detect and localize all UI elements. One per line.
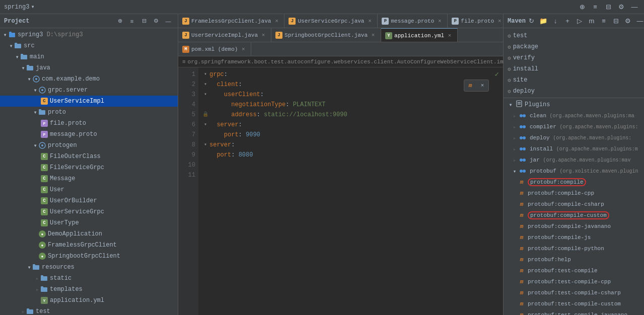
sidebar-item-fileouterclass[interactable]: C FileOuterClass (0, 151, 178, 162)
sidebar-item-framelessgrpcclient[interactable]: ● FramelessGrpcClient (0, 240, 178, 251)
tree-action-btn-3[interactable]: ⊟ (138, 16, 150, 27)
maven-goal-protobuf-test-compile-custom[interactable]: m protobuf:test-compile-custom (504, 298, 644, 309)
minimize-button[interactable]: — (629, 2, 640, 13)
maven-plugin-clean[interactable]: ▸ clean (org.apache.maven.plugins:ma (504, 110, 644, 121)
sidebar-item-test[interactable]: ▸ test (0, 306, 178, 315)
maven-item-test[interactable]: ⚙ test (504, 30, 644, 41)
maven-item-verify[interactable]: ⚙ verify (504, 52, 644, 63)
maven-goal-protobuf-compile-csharp[interactable]: m protobuf:compile-csharp (504, 199, 644, 210)
maven-add-btn[interactable]: 📁 (538, 16, 549, 27)
maven-goal-protobuf-compile-python[interactable]: m protobuf:compile-python (504, 243, 644, 254)
maven-minimize-btn[interactable]: — (634, 16, 644, 27)
tab-userserviceimpl[interactable]: J UserServiceImpl.java × (178, 28, 271, 42)
maven-item-package[interactable]: ⚙ package (504, 41, 644, 52)
maven-download-btn[interactable]: ↓ (550, 16, 561, 27)
maven-plugin-jar[interactable]: ▸ jar (org.apache.maven.plugins:mav (504, 154, 644, 166)
maven-goal-protobuf-test-compile-csharp[interactable]: m protobuf:test-compile-csharp (504, 287, 644, 298)
tab-close-active-btn[interactable]: × (446, 32, 453, 39)
sidebar-item-package-grpc-server[interactable]: ▾ grpc.server (0, 85, 178, 96)
toolbar-btn-m[interactable]: m (464, 80, 476, 91)
maven-item-deploy[interactable]: ⚙ deploy (504, 86, 644, 97)
sidebar-item-application-yml[interactable]: Y application.yml (0, 295, 178, 306)
tab-close-btn[interactable]: × (366, 18, 373, 25)
maven-goal-protobuf-compile-javanano[interactable]: m protobuf:compile-javanano (504, 221, 644, 232)
tab-close-btn[interactable]: × (240, 46, 247, 53)
maven-goal-protobuf-compile-custom[interactable]: m protobuf:compile-custom (504, 210, 644, 221)
sidebar-item-demoapplication[interactable]: ● DemoApplication (0, 228, 178, 240)
tab-close-btn[interactable]: × (496, 18, 503, 25)
sidebar-item-user[interactable]: C User (0, 184, 178, 195)
fold-btn-8[interactable]: ▾ (202, 142, 208, 148)
tab-file-proto[interactable]: P file.proto × (448, 14, 503, 28)
maven-execute-btn[interactable]: + (562, 16, 573, 27)
sidebar-item-protogen[interactable]: ▾ protogen (0, 140, 178, 151)
maven-item-site[interactable]: ⚙ site (504, 74, 644, 86)
sidebar-item-src[interactable]: ▾ src (0, 40, 178, 51)
maven-plugins-section[interactable]: ▾ Plugins (504, 99, 644, 110)
sidebar-item-userservicegrpc[interactable]: C UserServiceGrpc (0, 206, 178, 217)
tree-action-btn-5[interactable]: — (163, 16, 174, 27)
tab-framelessgrpcclient[interactable]: J FramelessGrpcClient.java × (178, 14, 284, 28)
sidebar-item-proto-folder[interactable]: ▾ proto (0, 107, 178, 118)
maven-item-install[interactable]: ⚙ install (504, 63, 644, 74)
collapse-all-button[interactable]: ≡ (590, 2, 601, 13)
maven-goal-protobuf-help[interactable]: m protobuf:help (504, 254, 644, 265)
maven-goal-protobuf-test-compile[interactable]: m protobuf:test-compile (504, 265, 644, 276)
tab-close-btn[interactable]: × (273, 18, 280, 25)
sidebar-item-file-proto[interactable]: P file.proto (0, 118, 178, 129)
sidebar-item-main[interactable]: ▾ main (0, 51, 178, 62)
fold-btn-5[interactable]: 🔒 (202, 112, 208, 118)
settings-button[interactable]: ⚙ (616, 2, 627, 13)
tree-action-btn-4[interactable]: ⚙ (151, 16, 162, 27)
sidebar-item-resources[interactable]: ▾ resources (0, 262, 178, 273)
sidebar-item-static[interactable]: ▸ static (0, 273, 178, 284)
fold-btn-3[interactable]: ▾ (202, 92, 208, 98)
fold-btn-2[interactable]: ▾ (202, 82, 208, 88)
sidebar-item-package-demo[interactable]: ▾ com.example.demo (0, 73, 178, 85)
sidebar-item-userorbuilder[interactable]: C UserOrBuilder (0, 195, 178, 206)
tab-close-btn[interactable]: × (370, 32, 377, 39)
sidebar-item-userserviceimpl[interactable]: C UserServiceImpl (0, 96, 178, 107)
svg-rect-23 (27, 308, 29, 310)
toolbar-btn-close[interactable]: × (476, 80, 488, 91)
tab-application-yml[interactable]: Y application.yml × (381, 28, 458, 42)
maven-plugin-protobuf[interactable]: ▾ protobuf (org.xolstice.maven.plugin (504, 166, 644, 177)
sidebar-item-java[interactable]: ▾ java (0, 62, 178, 73)
tab-message-proto[interactable]: P message.proto × (378, 14, 448, 28)
tab-pomxml[interactable]: M pom.xml (demo) × (178, 42, 251, 56)
maven-plugin-deploy[interactable]: ▸ deploy (org.apache.maven.plugins: (504, 132, 644, 143)
sidebar-item-templates[interactable]: ▸ templates (0, 284, 178, 295)
maven-refresh-btn[interactable]: ↻ (526, 16, 537, 27)
tree-root-item[interactable]: ▾ spring3 D:\spring3 (0, 29, 178, 40)
editor-content[interactable]: ✓ m × ▾ grpc: ▾ client: ▾ (198, 67, 503, 315)
sidebar-item-message[interactable]: C Message (0, 173, 178, 184)
tab-close-btn[interactable]: × (260, 32, 267, 39)
maven-goal-protobuf-test-compile-cpp[interactable]: m protobuf:test-compile-cpp (504, 276, 644, 287)
add-module-button[interactable]: ⊕ (577, 2, 588, 13)
sidebar-item-fileservicegrpc[interactable]: C FileServiceGrpc (0, 162, 178, 173)
maven-goal-protobuf-compile-js[interactable]: m protobuf:compile-js (504, 232, 644, 243)
tab-close-btn[interactable]: × (436, 18, 443, 25)
maven-collapse-btn[interactable]: ≡ (598, 16, 609, 27)
fold-btn-6[interactable]: ▾ (202, 122, 208, 128)
maven-goal-protobuf-test-compile-javanano[interactable]: m protobuf:test-compile-javanano (504, 309, 644, 315)
project-dropdown[interactable]: spring3 ▾ (4, 3, 35, 11)
sidebar-item-usertype[interactable]: C UserType (0, 217, 178, 228)
maven-goal-protobuf-compile[interactable]: m protobuf:compile (504, 177, 644, 188)
expand-all-button[interactable]: ⊟ (603, 2, 614, 13)
sidebar-item-message-proto[interactable]: P message.proto (0, 129, 178, 140)
maven-plugin-compiler[interactable]: ▸ compiler (org.apache.maven.plugins: (504, 121, 644, 132)
maven-settings-btn[interactable]: m (586, 16, 597, 27)
maven-plugin-install[interactable]: ▸ install (org.apache.maven.plugins:m (504, 143, 644, 154)
maven-gear-btn[interactable]: ⚙ (622, 16, 633, 27)
maven-expand-btn[interactable]: ⊟ (610, 16, 621, 27)
tab-springbootgrpcclient[interactable]: J SpringbootGrpcClient.java × (271, 28, 381, 42)
maven-goal-protobuf-compile-cpp[interactable]: m protobuf:compile-cpp (504, 188, 644, 199)
code-line-11 (202, 170, 499, 180)
tab-userservicegrpc[interactable]: J UserServiceGrpc.java × (284, 14, 378, 28)
tree-action-btn-1[interactable]: ⊕ (114, 16, 125, 27)
tree-action-btn-2[interactable]: ≡ (126, 16, 137, 27)
sidebar-item-springbootgrpcclient[interactable]: ● SpringbootGrpcClient (0, 251, 178, 262)
fold-btn-1[interactable]: ▾ (202, 71, 208, 77)
maven-run-btn[interactable]: ▷ (574, 16, 585, 27)
